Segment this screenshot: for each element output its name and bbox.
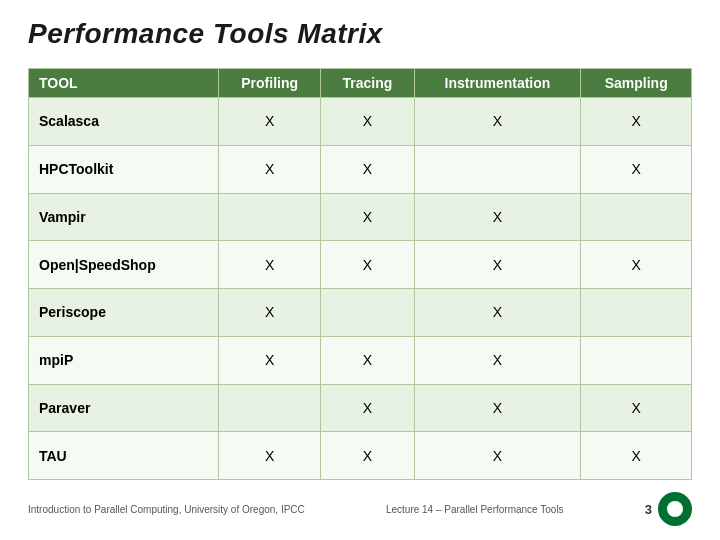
cell-tracing <box>321 289 414 337</box>
cell-sampling: X <box>581 241 692 289</box>
page-number: 3 <box>645 502 652 517</box>
cell-profiling: X <box>219 289 321 337</box>
cell-sampling <box>581 289 692 337</box>
cell-tracing: X <box>321 98 414 146</box>
cell-profiling <box>219 384 321 432</box>
footer-right: 3 <box>645 492 692 526</box>
tool-name: TAU <box>29 432 219 480</box>
cell-instrumentation: X <box>414 241 581 289</box>
table-row: PeriscopeXX <box>29 289 692 337</box>
tool-name: Paraver <box>29 384 219 432</box>
table-row: VampirXX <box>29 193 692 241</box>
tool-name: HPCToolkit <box>29 145 219 193</box>
uo-logo <box>658 492 692 526</box>
tool-name: mpiP <box>29 336 219 384</box>
cell-instrumentation: X <box>414 193 581 241</box>
cell-instrumentation: X <box>414 432 581 480</box>
table-header-row: TOOL Profiling Tracing Instrumentation S… <box>29 69 692 98</box>
cell-tracing: X <box>321 145 414 193</box>
footer: Introduction to Parallel Computing, Univ… <box>28 492 692 526</box>
cell-profiling: X <box>219 241 321 289</box>
table-row: mpiPXXX <box>29 336 692 384</box>
cell-instrumentation <box>414 145 581 193</box>
page-title: Performance Tools Matrix <box>28 18 692 50</box>
table-row: Open|SpeedShopXXXX <box>29 241 692 289</box>
footer-left: Introduction to Parallel Computing, Univ… <box>28 504 305 515</box>
cell-sampling: X <box>581 432 692 480</box>
table-row: ParaverXXX <box>29 384 692 432</box>
table-row: TAUXXXX <box>29 432 692 480</box>
cell-sampling <box>581 336 692 384</box>
cell-sampling: X <box>581 384 692 432</box>
tool-name: Open|SpeedShop <box>29 241 219 289</box>
cell-instrumentation: X <box>414 384 581 432</box>
tool-name: Scalasca <box>29 98 219 146</box>
cell-profiling: X <box>219 98 321 146</box>
table-row: ScalascaXXXX <box>29 98 692 146</box>
cell-instrumentation: X <box>414 98 581 146</box>
table-row: HPCToolkitXXX <box>29 145 692 193</box>
cell-instrumentation: X <box>414 336 581 384</box>
cell-tracing: X <box>321 193 414 241</box>
cell-tracing: X <box>321 241 414 289</box>
tool-name: Vampir <box>29 193 219 241</box>
col-header-tool: TOOL <box>29 69 219 98</box>
performance-matrix-table: TOOL Profiling Tracing Instrumentation S… <box>28 68 692 480</box>
cell-sampling: X <box>581 145 692 193</box>
cell-profiling: X <box>219 432 321 480</box>
tool-name: Periscope <box>29 289 219 337</box>
col-header-tracing: Tracing <box>321 69 414 98</box>
cell-profiling <box>219 193 321 241</box>
cell-tracing: X <box>321 336 414 384</box>
col-header-sampling: Sampling <box>581 69 692 98</box>
cell-sampling: X <box>581 98 692 146</box>
cell-tracing: X <box>321 432 414 480</box>
footer-center: Lecture 14 – Parallel Performance Tools <box>386 504 564 515</box>
cell-profiling: X <box>219 145 321 193</box>
page: Performance Tools Matrix TOOL Profiling … <box>0 0 720 540</box>
col-header-instrumentation: Instrumentation <box>414 69 581 98</box>
cell-tracing: X <box>321 384 414 432</box>
cell-instrumentation: X <box>414 289 581 337</box>
cell-profiling: X <box>219 336 321 384</box>
col-header-profiling: Profiling <box>219 69 321 98</box>
uo-logo-inner <box>667 501 683 517</box>
cell-sampling <box>581 193 692 241</box>
